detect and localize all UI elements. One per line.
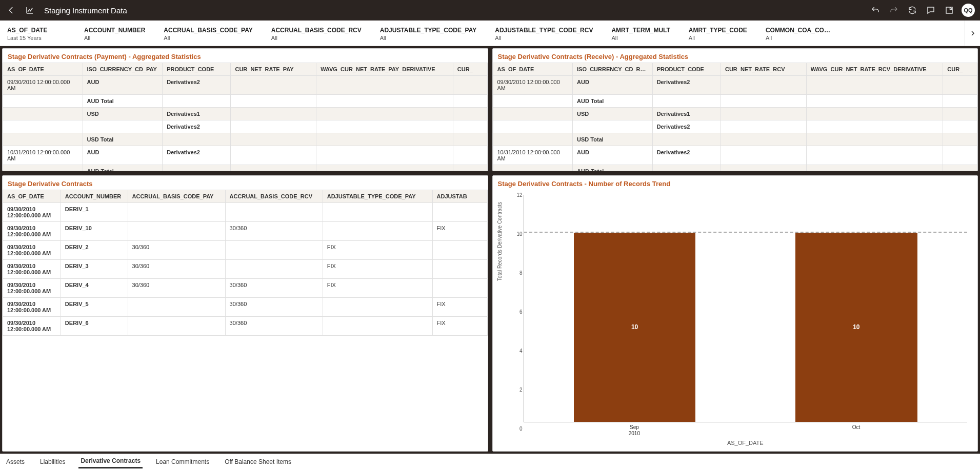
panel-trend-title: Stage Derivative Contracts - Number of R… — [493, 176, 978, 190]
table-row[interactable]: 09/30/2010 12:00:00.000 AMDERIV_1030/360… — [3, 222, 488, 241]
export-icon[interactable] — [943, 4, 955, 16]
back-arrow-icon[interactable] — [5, 4, 17, 16]
table-row[interactable]: USD Total — [3, 133, 488, 146]
chart-bar-wrap: 10 — [746, 195, 967, 422]
col-header[interactable]: ADJUSTAB — [432, 190, 487, 203]
panel-agg-rcv: Stage Derivative Contracts (Receive) - A… — [492, 48, 978, 171]
chart-bar-wrap: 10 — [524, 195, 746, 422]
table-row[interactable]: 09/30/2010 12:00:00.000 AMDERIV_1 — [3, 203, 488, 222]
panel-agg-rcv-title: Stage Derivative Contracts (Receive) - A… — [493, 49, 978, 63]
tab-liabilities[interactable]: Liabilities — [38, 456, 67, 468]
col-header[interactable]: ACCRUAL_BASIS_CODE_PAY — [128, 190, 225, 203]
table-row[interactable]: 10/31/2010 12:00:00.000 AMAUDDerivatives… — [3, 146, 488, 165]
chart-y-tick: 4 — [519, 348, 523, 354]
filter-label: COMMON_COA_CO… — [766, 27, 830, 34]
detail-table[interactable]: AS_OF_DATEACCOUNT_NUMBERACCRUAL_BASIS_CO… — [3, 190, 488, 336]
table-row[interactable]: Derivatives2 — [3, 120, 488, 133]
table-row[interactable]: 09/30/2010 12:00:00.000 AMAUDDerivatives… — [3, 76, 488, 95]
filter-value: All — [766, 35, 830, 41]
tab-assets[interactable]: Assets — [4, 456, 27, 468]
table-row[interactable]: AUD Total — [3, 95, 488, 108]
col-header[interactable]: WAVG_CUR_NET_RATE_RCV_DERIVATIVE — [806, 63, 943, 76]
bottom-tabs: AssetsLiabilitiesDerivative ContractsLoa… — [0, 454, 980, 469]
table-row[interactable]: AUD Total — [493, 95, 977, 108]
col-header[interactable]: PRODUCT_CODE — [652, 63, 721, 76]
col-header[interactable]: PRODUCT_CODE — [163, 63, 231, 76]
filter-value: All — [689, 35, 747, 41]
filter-common_coa_co…[interactable]: COMMON_COA_CO…All — [764, 21, 836, 46]
refresh-icon[interactable] — [906, 4, 918, 16]
tab-loan-commitments[interactable]: Loan Commitments — [154, 456, 211, 468]
filters-scroll-right[interactable] — [965, 21, 980, 46]
tab-derivative-contracts[interactable]: Derivative Contracts — [78, 455, 143, 468]
filter-adjustable_type_code_pay[interactable]: ADJUSTABLE_TYPE_CODE_PAYAll — [378, 21, 483, 46]
chart-y-axis-title: Total Records Derivative Contracts — [497, 202, 503, 281]
table-row[interactable]: 09/30/2010 12:00:00.000 AMDERIV_630/360F… — [3, 317, 488, 336]
filters-row: AS_OF_DATELast 15 YearsACCOUNT_NUMBERAll… — [0, 21, 980, 46]
col-header[interactable]: ISO_CURRENCY_CD_RCV — [573, 63, 653, 76]
panel-agg-pay: Stage Derivative Contracts (Payment) - A… — [2, 48, 488, 171]
table-row[interactable]: AUD Total — [493, 165, 977, 171]
table-row[interactable]: 09/30/2010 12:00:00.000 AMDERIV_330/360F… — [3, 260, 488, 279]
table-row[interactable]: AUD Total — [3, 165, 488, 171]
col-header[interactable]: CUR_NET_RATE_RCV — [721, 63, 806, 76]
filter-amrt_term_mult[interactable]: AMRT_TERM_MULTAll — [609, 21, 676, 46]
filter-as_of_date[interactable]: AS_OF_DATELast 15 Years — [5, 21, 72, 46]
filter-label: AMRT_TYPE_CODE — [689, 27, 747, 34]
table-row[interactable]: Derivatives2 — [493, 120, 977, 133]
filter-value: All — [164, 35, 252, 41]
table-row[interactable]: 10/31/2010 12:00:00.000 AMAUDDerivatives… — [493, 146, 977, 165]
table-row[interactable]: USDDerivatives1 — [493, 108, 977, 120]
chart-bar[interactable]: 10 — [574, 233, 696, 422]
table-row[interactable]: 09/30/2010 12:00:00.000 AMDERIV_430/3603… — [3, 279, 488, 298]
panel-detail: Stage Derivative Contracts AS_OF_DATEACC… — [2, 175, 488, 452]
trend-chart[interactable]: Total Records Derivative Contracts 02468… — [493, 190, 978, 451]
chart-icon — [24, 4, 36, 16]
filter-value: All — [84, 35, 145, 41]
filter-label: ADJUSTABLE_TYPE_CODE_RCV — [495, 27, 593, 34]
filter-accrual_basis_code_pay[interactable]: ACCRUAL_BASIS_CODE_PAYAll — [162, 21, 258, 46]
col-header[interactable]: CUR_ — [943, 63, 977, 76]
agg-pay-table[interactable]: AS_OF_DATEISO_CURRENCY_CD_PAYPRODUCT_COD… — [3, 63, 488, 171]
agg-rcv-table[interactable]: AS_OF_DATEISO_CURRENCY_CD_RCVPRODUCT_COD… — [493, 63, 978, 171]
table-row[interactable]: 09/30/2010 12:00:00.000 AMAUDDerivatives… — [493, 76, 977, 95]
col-header[interactable]: CUR_ — [453, 63, 487, 76]
col-header[interactable]: WAVG_CUR_NET_RATE_PAY_DERIVATIVE — [316, 63, 453, 76]
col-header[interactable]: AS_OF_DATE — [3, 63, 83, 76]
table-row[interactable]: USDDerivatives1 — [3, 108, 488, 120]
col-header[interactable]: ISO_CURRENCY_CD_PAY — [83, 63, 163, 76]
avatar[interactable]: QQ — [962, 4, 975, 17]
chart-y-tick: 8 — [519, 270, 523, 276]
col-header[interactable]: ADJUSTABLE_TYPE_CODE_PAY — [323, 190, 432, 203]
topbar: Staging Instrument Data QQ — [0, 0, 980, 21]
chart-x-axis-title: AS_OF_DATE — [524, 440, 968, 446]
filter-label: ACCRUAL_BASIS_CODE_RCV — [271, 27, 362, 34]
chart-bar[interactable]: 10 — [795, 233, 917, 422]
panel-agg-pay-title: Stage Derivative Contracts (Payment) - A… — [3, 49, 488, 63]
col-header[interactable]: CUR_NET_RATE_PAY — [231, 63, 316, 76]
chart-x-tick: Oct — [745, 422, 967, 440]
chart-y-tick: 10 — [516, 231, 522, 237]
filter-label: ACCRUAL_BASIS_CODE_PAY — [164, 27, 252, 34]
redo-icon[interactable] — [888, 4, 900, 16]
table-row[interactable]: USD Total — [493, 133, 977, 146]
comment-icon[interactable] — [925, 4, 937, 16]
table-row[interactable]: 09/30/2010 12:00:00.000 AMDERIV_230/360F… — [3, 241, 488, 260]
filter-accrual_basis_code_rcv[interactable]: ACCRUAL_BASIS_CODE_RCVAll — [269, 21, 368, 46]
chart-x-tick: Sep2010 — [524, 422, 746, 440]
filter-adjustable_type_code_rcv[interactable]: ADJUSTABLE_TYPE_CODE_RCVAll — [493, 21, 599, 46]
filter-label: AS_OF_DATE — [7, 27, 66, 34]
col-header[interactable]: ACCOUNT_NUMBER — [61, 190, 128, 203]
filter-value: All — [611, 35, 670, 41]
tab-off-balance-sheet-items[interactable]: Off Balance Sheet Items — [223, 456, 293, 468]
col-header[interactable]: AS_OF_DATE — [493, 63, 573, 76]
filter-amrt_type_code[interactable]: AMRT_TYPE_CODEAll — [687, 21, 753, 46]
undo-icon[interactable] — [869, 4, 882, 16]
col-header[interactable]: AS_OF_DATE — [3, 190, 61, 203]
panel-trend: Stage Derivative Contracts - Number of R… — [492, 175, 978, 452]
filter-account_number[interactable]: ACCOUNT_NUMBERAll — [82, 21, 151, 46]
col-header[interactable]: ACCRUAL_BASIS_CODE_RCV — [225, 190, 323, 203]
table-row[interactable]: 09/30/2010 12:00:00.000 AMDERIV_530/360F… — [3, 298, 488, 317]
chart-y-tick: 0 — [519, 426, 523, 432]
filter-value: All — [380, 35, 477, 41]
